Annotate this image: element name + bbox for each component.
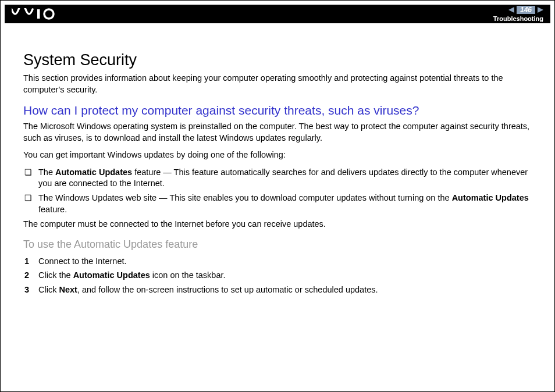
step-text: Click Next, and follow the on-screen ins… (38, 284, 378, 297)
intro-text: This section provides information about … (23, 73, 538, 95)
numbered-list: 1 Connect to the Internet. 2 Click the A… (23, 255, 538, 297)
step-text: Click the Automatic Updates icon on the … (38, 269, 226, 282)
svg-point-1 (44, 9, 54, 19)
vaio-logo-icon (12, 8, 62, 20)
list-item: 1 Connect to the Internet. (23, 255, 538, 268)
list-item: ❏ The Automatic Updates feature — This f… (23, 167, 538, 190)
square-bullet-icon: ❏ (23, 167, 38, 190)
svg-rect-0 (37, 9, 40, 19)
question-heading: How can I protect my computer against se… (23, 104, 538, 117)
paragraph: The Microsoft Windows operating system i… (23, 121, 538, 144)
step-number: 1 (23, 255, 38, 268)
page-number: 146 (517, 6, 535, 14)
step-text: Connect to the Internet. (38, 255, 127, 268)
list-item: 3 Click Next, and follow the on-screen i… (23, 284, 538, 297)
list-item-text: The Automatic Updates feature — This fea… (38, 167, 538, 190)
paragraph: The computer must be connected to the In… (23, 219, 538, 230)
page-number-nav: 146 (508, 6, 543, 14)
page-title: System Security (23, 51, 538, 69)
step-number: 3 (23, 284, 38, 297)
step-number: 2 (23, 269, 38, 282)
bullet-list: ❏ The Automatic Updates feature — This f… (23, 167, 538, 215)
section-label: Troubleshooting (493, 15, 543, 22)
list-item: 2 Click the Automatic Updates icon on th… (23, 269, 538, 282)
subheading: To use the Automatic Updates feature (23, 238, 538, 251)
prev-page-arrow-icon[interactable] (508, 7, 514, 13)
header-bar: 146 Troubleshooting (5, 5, 550, 23)
square-bullet-icon: ❏ (23, 193, 38, 215)
list-item: ❏ The Windows Updates web site — This si… (23, 193, 538, 215)
list-item-text: The Windows Updates web site — This site… (38, 193, 538, 215)
page-content: System Security This section provides in… (23, 35, 538, 380)
vaio-logo (12, 8, 62, 20)
next-page-arrow-icon[interactable] (538, 7, 543, 13)
header-right: 146 Troubleshooting (493, 6, 543, 22)
paragraph: You can get important Windows updates by… (23, 149, 538, 161)
